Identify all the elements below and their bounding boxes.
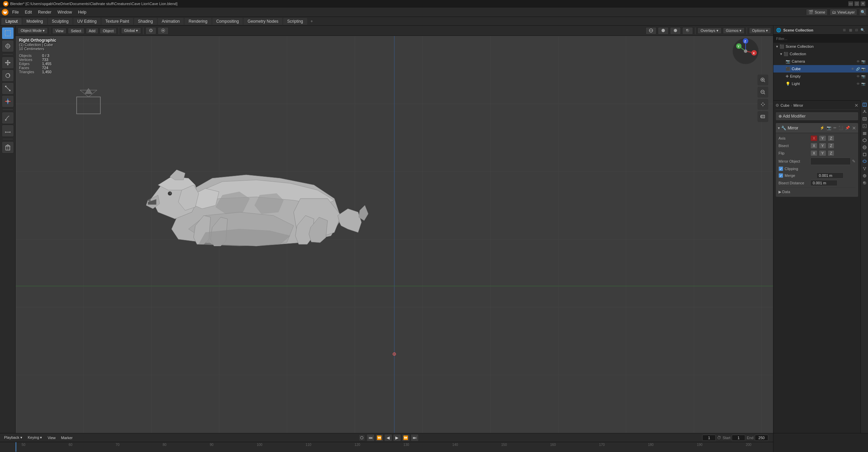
marker-menu[interactable]: Marker	[59, 435, 75, 440]
cube-eye-icon[interactable]: 👁	[851, 67, 854, 71]
empty-render-icon[interactable]: 📷	[861, 75, 865, 78]
modifier-mirror-close[interactable]: ✕	[852, 125, 856, 131]
zoom-in-button[interactable]	[757, 75, 768, 85]
tab-rendering[interactable]: Rendering	[184, 18, 211, 25]
timeline-track[interactable]: 50 60 70 80 90 100 110 120 130 140 150 1…	[0, 442, 773, 452]
outliner-item-collection[interactable]: ▾ ⬛ Collection	[773, 50, 868, 58]
object-mode-selector[interactable]: Object Mode ▾	[18, 27, 48, 34]
mirror-bisect-dist-value[interactable]	[810, 180, 837, 186]
prop-material[interactable]	[862, 180, 868, 186]
overlay-toggle[interactable]: Overlays ▾	[697, 27, 721, 34]
light-render-icon[interactable]: 📷	[861, 82, 865, 86]
mirror-data-section[interactable]: ▶ Data	[778, 189, 855, 195]
prop-render[interactable]	[862, 116, 868, 122]
3d-viewport[interactable]	[16, 36, 773, 433]
mirror-axis-z[interactable]: Z	[828, 135, 835, 141]
gizmo-toggle[interactable]: Gizmos ▾	[723, 27, 745, 34]
timeline-view-menu[interactable]: View	[45, 435, 58, 440]
outliner-item-light[interactable]: 💡 Light 👁 📷	[773, 80, 868, 87]
search-button[interactable]: 🔍	[859, 8, 867, 16]
menu-file[interactable]: File	[9, 9, 21, 15]
cube-constraint-icon[interactable]: 🔗	[856, 67, 860, 71]
mirror-clipping-checkbox[interactable]	[778, 166, 783, 171]
empty-eye-icon[interactable]: 👁	[856, 75, 860, 78]
step-forward-button[interactable]: ⏩	[402, 434, 410, 441]
filter-icon-3[interactable]: ⊟	[854, 27, 859, 33]
zoom-out-button[interactable]	[757, 87, 768, 98]
start-frame-input[interactable]	[732, 435, 745, 441]
minimize-button[interactable]: —	[848, 1, 853, 6]
modifier-breadcrumb-object[interactable]: Cube	[781, 103, 789, 107]
mirror-object-input[interactable]	[810, 158, 851, 165]
end-frame-input[interactable]	[755, 435, 768, 441]
move-tool[interactable]	[2, 57, 14, 69]
step-back-button[interactable]: ⏪	[375, 434, 383, 441]
play-button[interactable]: ▶	[393, 434, 401, 441]
mirror-bisect-y[interactable]: Y	[819, 143, 826, 149]
view-menu[interactable]: View	[52, 28, 66, 34]
outliner-item-camera[interactable]: 📷 Camera 👁 📷	[773, 58, 868, 65]
measure-tool[interactable]	[2, 125, 14, 137]
select-box-tool[interactable]	[2, 27, 14, 39]
blender-menu-logo[interactable]	[1, 8, 9, 16]
prop-object[interactable]	[862, 151, 868, 158]
transform-orientation[interactable]: Global ▾	[121, 27, 141, 34]
keying-menu[interactable]: Keying ▾	[26, 435, 44, 440]
mirror-axis-y[interactable]: Y	[819, 135, 826, 141]
filter-icon-4[interactable]: 🔍	[860, 27, 865, 33]
rendered-shading[interactable]	[682, 27, 693, 35]
object-menu[interactable]: Object	[100, 28, 117, 34]
tab-geometry-nodes[interactable]: Geometry Nodes	[243, 18, 282, 25]
rotate-tool[interactable]	[2, 69, 14, 82]
playhead[interactable]	[16, 442, 16, 452]
cursor-tool[interactable]	[2, 40, 14, 52]
prop-physics[interactable]	[862, 173, 868, 179]
render-icon[interactable]: 📷	[861, 60, 865, 63]
filter-icon-2[interactable]: ▦	[848, 27, 853, 33]
mirror-bisect-z[interactable]: Z	[828, 143, 835, 149]
prop-world[interactable]	[862, 144, 868, 150]
add-menu[interactable]: Add	[86, 28, 99, 34]
solid-shading[interactable]	[658, 27, 669, 35]
add-cube-tool[interactable]	[2, 141, 14, 153]
outliner-search[interactable]	[773, 35, 868, 43]
jump-start-button[interactable]: ⏮	[367, 434, 375, 441]
transform-tool[interactable]	[2, 95, 14, 107]
mirror-flip-z[interactable]: Z	[828, 150, 835, 156]
cube-render-icon[interactable]: 📷	[861, 67, 865, 71]
viewlayer-selector[interactable]: 🗂 ViewLayer	[830, 9, 857, 16]
snap-toggle[interactable]	[145, 27, 156, 35]
outliner-item-empty[interactable]: ✚ Empty 👁 📷	[773, 73, 868, 80]
tab-modeling[interactable]: Modeling	[22, 18, 47, 25]
mirror-bisect-x[interactable]: X	[810, 143, 817, 149]
prop-active-tools[interactable]	[862, 102, 868, 108]
options-menu[interactable]: Options ▾	[749, 27, 771, 34]
annotate-tool[interactable]	[2, 112, 14, 124]
mod-edit-icon[interactable]: ⚡	[819, 126, 825, 130]
add-workspace-button[interactable]: +	[308, 18, 316, 25]
eye-icon[interactable]: 👁	[856, 60, 860, 63]
tab-layout[interactable]: Layout	[1, 18, 22, 25]
menu-help[interactable]: Help	[75, 9, 89, 15]
prop-output[interactable]	[862, 123, 868, 129]
mod-render-icon[interactable]: 📷	[826, 126, 832, 130]
menu-render[interactable]: Render	[35, 9, 54, 15]
modifier-close-breadcrumb[interactable]: ✕	[854, 103, 859, 108]
camera-view-button[interactable]	[757, 111, 768, 122]
play-back-button[interactable]: ◀	[384, 434, 392, 441]
jump-end-button[interactable]: ⏭	[411, 434, 419, 441]
pan-view-button[interactable]	[757, 99, 768, 110]
mirror-merge-checkbox[interactable]	[778, 173, 783, 178]
mod-editmode-icon[interactable]: ✏	[833, 126, 837, 130]
maximize-button[interactable]: □	[854, 1, 859, 6]
filter-icon-1[interactable]: ⊞	[842, 27, 847, 33]
tab-texture-paint[interactable]: Texture Paint	[101, 18, 133, 25]
prop-scene-props[interactable]	[862, 137, 868, 143]
modifier-expand-icon[interactable]: ▾	[778, 126, 780, 130]
light-eye-icon[interactable]: 👁	[856, 82, 860, 86]
menu-window[interactable]: Window	[55, 9, 75, 15]
mod-pin-icon[interactable]: 📌	[845, 126, 851, 130]
tab-sculpting[interactable]: Sculpting	[48, 18, 73, 25]
material-preview-shading[interactable]	[670, 27, 681, 35]
mod-cage-icon[interactable]: ⬛	[838, 126, 844, 130]
